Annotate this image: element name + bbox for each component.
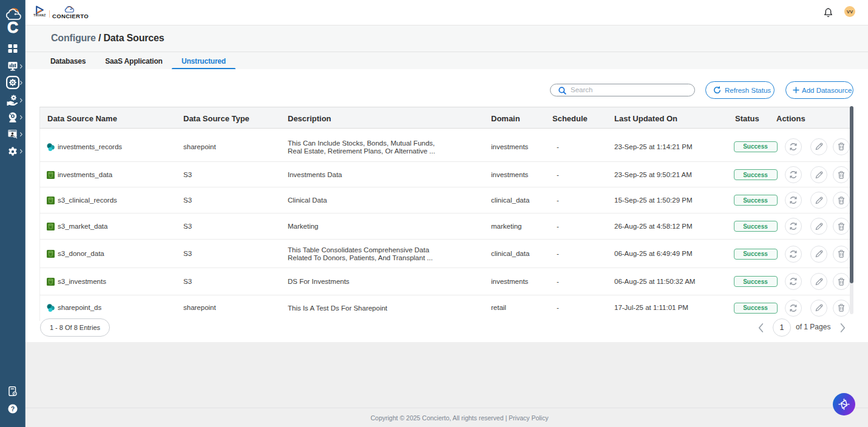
svg-text:?: ? xyxy=(11,405,15,412)
